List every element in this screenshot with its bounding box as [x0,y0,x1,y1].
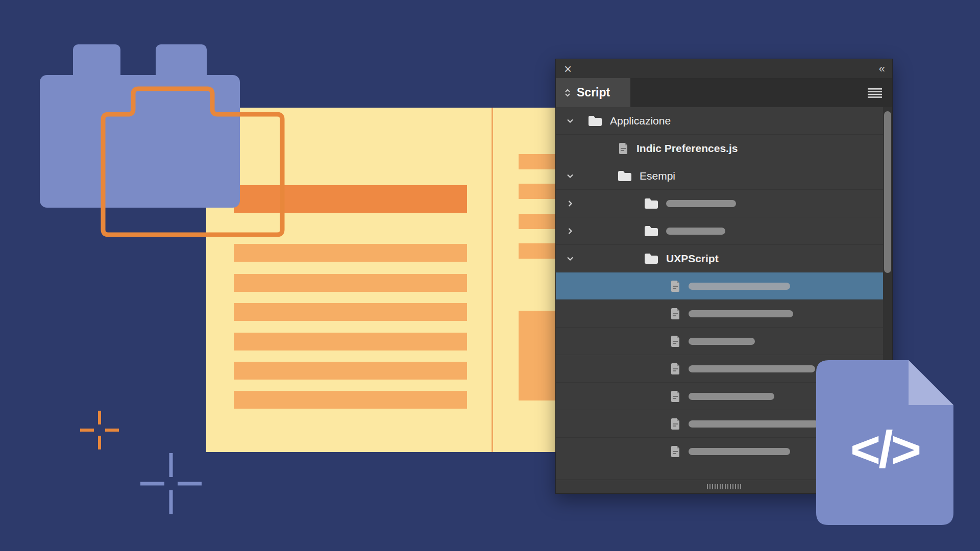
tree-row-script[interactable] [556,272,883,300]
folder-icon [617,170,632,182]
panel-stack-toggle-icon [564,88,572,98]
placeholder-text-bar [689,283,790,290]
text-line [234,303,467,321]
script-file-icon [669,445,681,458]
script-file-icon [669,335,681,348]
placeholder-text-bar [666,200,736,207]
text-line [234,362,467,380]
tree-row-script[interactable]: Indic Preferences.js [556,135,883,162]
text-line [234,274,467,292]
tree-row-folder[interactable]: Esempi [556,162,883,190]
script-file-icon [617,142,629,155]
tree-row-script[interactable] [556,300,883,328]
panel-tabstrip: Script [556,78,892,107]
script-file-icon [669,417,681,431]
chevron-down-icon[interactable] [566,117,574,125]
tree-item-label: Indic Preferences.js [636,142,738,155]
folder-icon [644,197,659,210]
chevron-right-icon[interactable] [566,227,574,235]
placeholder-text-bar [689,448,790,455]
placeholder-text-bar [689,310,793,317]
placeholder-text-bar [689,420,819,428]
script-file-icon [669,280,681,293]
folder-icon [644,253,659,265]
tree-item-label: UXPScript [666,253,719,265]
tree-row-folder[interactable] [556,217,883,245]
text-line [234,391,467,409]
folder-icon [644,225,659,237]
placeholder-text-bar [689,365,815,372]
folder-icon [587,115,603,127]
placeholder-text-bar [689,393,774,400]
tree-row-folder[interactable]: Applicazione [556,107,883,135]
chevron-down-icon[interactable] [566,172,574,180]
code-file-badge: </> [816,360,953,525]
text-line [234,333,467,350]
tree-row-folder[interactable] [556,190,883,217]
collapse-panel-icon[interactable]: « [879,63,884,74]
tab-label: Script [577,86,610,99]
placeholder-text-bar [689,338,755,345]
orange-crosshair [77,407,122,453]
page-divider [492,108,493,452]
chevron-down-icon[interactable] [566,255,574,263]
tree-row-folder[interactable]: UXPScript [556,245,883,272]
chevron-right-icon[interactable] [566,199,574,208]
placeholder-text-bar [666,228,725,235]
background: × « Script [0,0,980,551]
panel-resize-grip[interactable] [707,484,741,489]
close-icon[interactable]: × [564,62,572,76]
periwinkle-crosshair [138,450,204,517]
text-line [234,244,467,262]
tree-item-label: Esempi [640,170,675,182]
panel-titlebar: × « [556,59,892,78]
tree-item-label: Applicazione [610,115,671,127]
scrollbar-thumb[interactable] [884,111,891,273]
code-glyph: </> [816,360,953,525]
tree-row-script[interactable] [556,328,883,355]
script-file-icon [669,307,681,320]
orange-folder-outline [100,86,285,238]
panel-menu-icon[interactable] [868,88,882,98]
script-file-icon [669,390,681,403]
tab-script[interactable]: Script [556,78,630,107]
script-file-icon [669,362,681,375]
